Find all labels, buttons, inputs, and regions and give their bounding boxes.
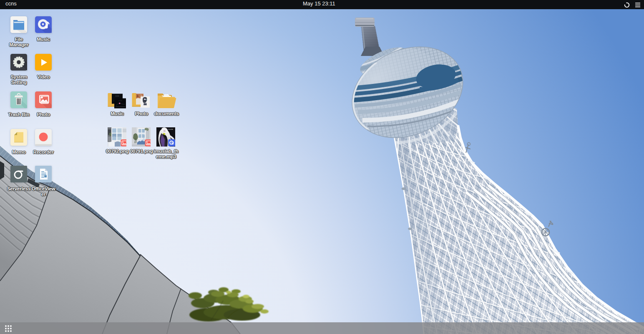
svg-text:imuslab: imuslab	[118, 100, 122, 101]
svg-text:imuslab: imuslab	[168, 129, 173, 130]
svg-text:imuslab: imuslab	[116, 95, 119, 97]
